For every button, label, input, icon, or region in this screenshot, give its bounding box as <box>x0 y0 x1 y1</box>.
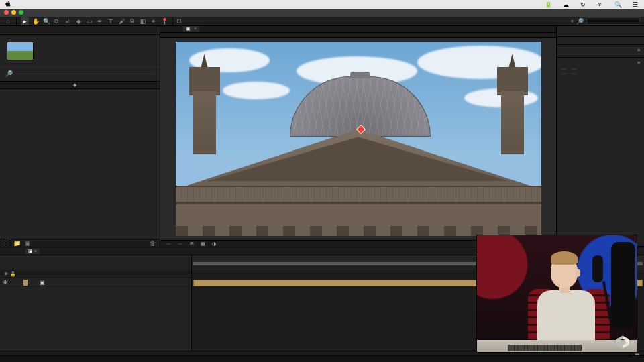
close-icon[interactable]: × <box>34 249 37 253</box>
interpret-icon[interactable]: ☰ <box>4 240 9 247</box>
apple-icon[interactable] <box>5 1 11 9</box>
wifi-icon: ᯤ <box>597 1 604 8</box>
cloud-icon: ☁ <box>562 1 569 8</box>
type-tool-icon[interactable]: T <box>107 17 115 25</box>
close-icon[interactable]: × <box>194 26 197 31</box>
zoom-icon[interactable] <box>19 10 23 15</box>
control-center-icon[interactable]: ☰ <box>632 1 639 8</box>
track-camera-button[interactable] <box>561 68 568 70</box>
tab-composition[interactable]: ▣ × <box>183 26 199 32</box>
magnification[interactable] <box>166 243 171 245</box>
tab-main-comp[interactable]: ▣ × <box>25 249 40 254</box>
keyboard <box>508 345 582 351</box>
rect-tool-icon[interactable]: ▭ <box>85 17 93 25</box>
snapping-toggle[interactable]: ☐ <box>177 19 181 24</box>
close-icon[interactable] <box>4 10 9 15</box>
preview-panel <box>557 37 644 45</box>
col-label-icon[interactable]: ◆ <box>73 82 78 88</box>
brush-tool-icon[interactable]: 🖌 <box>117 17 125 25</box>
window-title-bar <box>0 9 644 17</box>
spotlight-icon[interactable]: 🔍 <box>614 1 621 8</box>
tracker-panel: ≡ <box>557 58 644 247</box>
resolution[interactable] <box>178 243 183 245</box>
anchor-tool-icon[interactable]: ◆ <box>74 17 83 25</box>
presenter-webcam <box>476 235 637 353</box>
info-panel <box>557 26 644 37</box>
comp-icon: ▣ <box>40 280 45 286</box>
guides-icon[interactable]: ▦ <box>201 241 205 247</box>
search-icon: 🔎 <box>5 70 13 77</box>
mask-icon[interactable]: ◑ <box>212 241 216 247</box>
puppet-tool-icon[interactable]: 📍 <box>160 17 168 25</box>
eraser-tool-icon[interactable]: ◧ <box>139 17 147 25</box>
building-inscription <box>176 203 541 226</box>
roto-tool-icon[interactable]: ✶ <box>150 17 158 25</box>
panel-menu-icon[interactable]: ≡ <box>637 60 640 65</box>
microphone-icon <box>592 255 603 282</box>
composition-viewer[interactable] <box>176 42 541 236</box>
hand-tool-icon[interactable]: ✋ <box>32 17 40 25</box>
rotate-tool-icon[interactable]: ⤾ <box>64 17 72 25</box>
project-panel: 🔎 ◆ ☰ 📁 ▣ 🗑 <box>0 26 160 247</box>
stabilize-motion-button[interactable] <box>570 72 577 75</box>
pen-tool-icon[interactable]: ✒ <box>96 17 104 25</box>
warp-stabilizer-button[interactable] <box>570 68 577 70</box>
effects-presets-panel: ≡ <box>557 45 644 58</box>
panel-menu-icon[interactable]: ≡ <box>637 48 640 52</box>
comp-breadcrumb[interactable] <box>160 33 556 38</box>
visibility-icon[interactable]: 👁 <box>3 280 9 286</box>
zoom-tool-icon[interactable]: 🔍 <box>42 17 50 25</box>
layer-row[interactable]: 👁 ▣ <box>0 278 191 287</box>
app-toolbar: ⌂ ▸ ✋ 🔍 ⟳ ⤾ ◆ ▭ ✒ T 🖌 ⧉ ◧ ✶ 📍 ☐ ▾ 🔎 <box>0 17 644 26</box>
minimize-icon[interactable] <box>11 10 16 15</box>
sync-icon: ↻ <box>580 1 586 8</box>
selected-item-thumbnail <box>7 42 34 60</box>
workspace-switcher[interactable]: ▾ <box>571 19 574 24</box>
selection-tool-icon[interactable]: ▸ <box>21 17 29 25</box>
macos-menu-bar: 🔋 ☁ ↻ ᯤ 🔍 ☰ <box>0 0 644 9</box>
stamp-tool-icon[interactable]: ⧉ <box>128 17 136 25</box>
new-folder-icon[interactable]: 📁 <box>13 240 21 247</box>
viewer-tabs: ▣ × <box>160 26 556 33</box>
trash-icon[interactable]: 🗑 <box>150 240 156 247</box>
search-help-input[interactable] <box>586 17 640 25</box>
search-icon: 🔎 <box>576 18 584 25</box>
project-item-list[interactable] <box>0 89 160 239</box>
new-comp-icon[interactable]: ▣ <box>25 240 31 247</box>
layer-header: 👁 🔒 <box>0 270 191 278</box>
home-icon[interactable]: ⌂ <box>4 17 12 25</box>
status-bar <box>0 355 644 362</box>
right-panels: ≡ ≡ <box>556 26 644 247</box>
project-footer: ☰ 📁 ▣ 🗑 <box>0 239 160 247</box>
grid-icon[interactable]: ⊞ <box>190 241 194 247</box>
track-motion-button[interactable] <box>561 72 568 75</box>
label-color[interactable] <box>23 280 28 286</box>
orbit-tool-icon[interactable]: ⟳ <box>53 17 61 25</box>
battery-icon: 🔋 <box>545 1 551 8</box>
